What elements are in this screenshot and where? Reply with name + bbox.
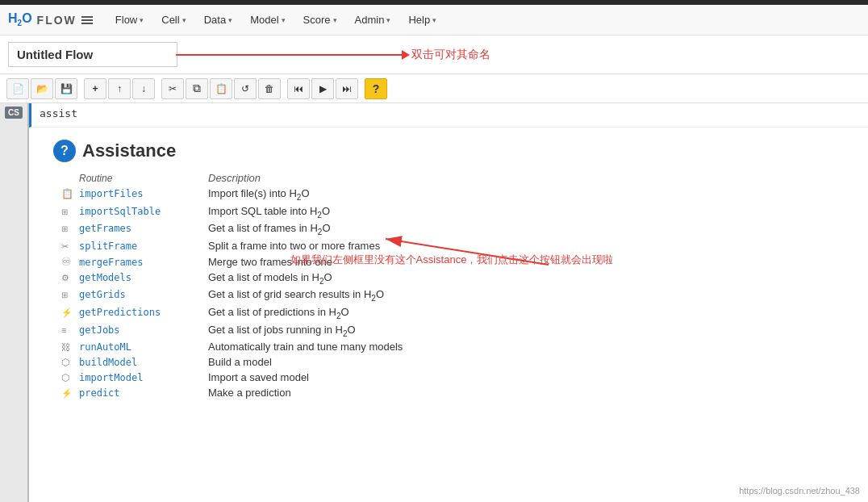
run-btn[interactable]: ▶ bbox=[311, 78, 334, 99]
list-item: ⬡ buildModel Build a model bbox=[61, 356, 844, 368]
list-item: ⊞ getGrids Get a list of grid search res… bbox=[61, 288, 844, 303]
model-caret: ▾ bbox=[282, 16, 286, 24]
toolbar: 📄 📂 💾 + ↑ ↓ ✂ ⧉ 📋 ↺ 🗑 ⏮ ▶ ⏭ ? bbox=[0, 74, 868, 103]
list-item: ⬡ importModel Import a saved model bbox=[61, 371, 844, 383]
help-caret: ▾ bbox=[432, 16, 436, 24]
assistance-table: Routine Description 📋 importFiles Import… bbox=[61, 172, 844, 399]
nav-menu: Flow ▾ Cell ▾ Data ▾ Model ▾ Score ▾ Adm… bbox=[107, 9, 444, 31]
routine-link-buildmodel[interactable]: buildModel bbox=[79, 357, 137, 368]
flow-title-input[interactable] bbox=[8, 42, 177, 67]
assistance-header: ? Assistance bbox=[53, 140, 844, 162]
assist-header-row: Routine Description bbox=[61, 172, 844, 184]
routine-link-importsqltable[interactable]: importSqlTable bbox=[79, 206, 161, 217]
new-flow-btn[interactable]: 📄 bbox=[6, 78, 29, 99]
paste-btn[interactable]: 📋 bbox=[210, 78, 232, 99]
list-item: ⚡ getPredictions Get a list of predictio… bbox=[61, 306, 844, 320]
list-item: ⚙ getModels Get a list of models in H2O bbox=[61, 271, 844, 286]
routine-link-getframes[interactable]: getFrames bbox=[79, 223, 131, 234]
run-next-btn[interactable]: ⏭ bbox=[336, 78, 358, 99]
list-item: ≡ getJobs Get a list of jobs running in … bbox=[61, 324, 844, 338]
routine-link-importmodel[interactable]: importModel bbox=[79, 372, 143, 383]
list-item: 📋 importFiles Import file(s) into H2O bbox=[61, 187, 844, 202]
list-item: ♾ mergeFrames Merge two frames into one bbox=[61, 255, 844, 268]
cut-btn[interactable]: ✂ bbox=[161, 78, 184, 99]
score-caret: ▾ bbox=[333, 16, 337, 24]
nav-flow[interactable]: Flow ▾ bbox=[107, 9, 152, 31]
routine-header: Routine bbox=[79, 173, 112, 184]
cell-output: ? Assistance Routine Description 📋 bbox=[29, 128, 868, 414]
move-up-btn[interactable]: ↑ bbox=[108, 78, 131, 99]
list-item: ⊞ importSqlTable Import SQL table into H… bbox=[61, 205, 844, 220]
nav-bar: H2O FLOW Flow ▾ Cell ▾ Data ▾ Model ▾ Sc… bbox=[0, 5, 868, 36]
cell-label: CS bbox=[0, 103, 29, 502]
run-prev-btn[interactable]: ⏮ bbox=[287, 78, 310, 99]
cell-input-text: assist bbox=[40, 107, 77, 119]
undo-btn[interactable]: ↺ bbox=[234, 78, 257, 99]
flow-caret: ▾ bbox=[140, 16, 144, 24]
watermark: https://blog.csdn.net/zhou_438 bbox=[739, 486, 860, 496]
data-caret: ▾ bbox=[228, 16, 232, 24]
assistance-icon: ? bbox=[53, 140, 76, 162]
open-flow-btn[interactable]: 📂 bbox=[31, 78, 53, 99]
routine-link-getpredictions[interactable]: getPredictions bbox=[79, 307, 161, 318]
desc-header: Description bbox=[208, 172, 261, 184]
logo-flow: FLOW bbox=[37, 14, 77, 27]
nav-data[interactable]: Data ▾ bbox=[196, 9, 240, 31]
routine-link-mergeframes[interactable]: mergeFrames bbox=[79, 257, 143, 268]
routine-link-getmodels[interactable]: getModels bbox=[79, 272, 131, 283]
routine-link-splitframe[interactable]: splitFrame bbox=[79, 241, 137, 252]
delete-btn[interactable]: 🗑 bbox=[258, 78, 281, 99]
annotation-rename: 双击可对其命名 bbox=[411, 48, 490, 62]
save-flow-btn[interactable]: 💾 bbox=[55, 78, 77, 99]
nav-cell[interactable]: Cell ▾ bbox=[153, 9, 194, 31]
routine-link-importfiles[interactable]: importFiles bbox=[79, 188, 143, 199]
logo-lines bbox=[81, 16, 93, 24]
copy-btn[interactable]: ⧉ bbox=[186, 78, 208, 99]
logo-h2o: H2O bbox=[8, 11, 32, 27]
nav-score[interactable]: Score ▾ bbox=[295, 9, 345, 31]
logo: H2O FLOW bbox=[8, 11, 93, 27]
cell-caret: ▾ bbox=[182, 16, 186, 24]
main-area: CS assist ? Assistance Routine bbox=[0, 103, 868, 502]
title-bar: 双击可对其命名 bbox=[0, 36, 868, 74]
list-item: ⛓ runAutoML Automatically train and tune… bbox=[61, 341, 844, 353]
cs-badge: CS bbox=[5, 107, 23, 119]
routine-link-getgrids[interactable]: getGrids bbox=[79, 289, 126, 300]
nav-help[interactable]: Help ▾ bbox=[400, 9, 444, 31]
nav-admin[interactable]: Admin ▾ bbox=[347, 9, 399, 31]
nav-model[interactable]: Model ▾ bbox=[242, 9, 293, 31]
cell-input[interactable]: assist bbox=[29, 103, 868, 128]
list-item: ✂ splitFrame Split a frame into two or m… bbox=[61, 240, 844, 252]
admin-caret: ▾ bbox=[386, 16, 390, 24]
routine-link-runautoml[interactable]: runAutoML bbox=[79, 341, 131, 353]
add-cell-btn[interactable]: + bbox=[84, 78, 106, 99]
list-item: ⚡ predict Make a prediction bbox=[61, 387, 844, 399]
routine-link-getjobs[interactable]: getJobs bbox=[79, 324, 120, 336]
move-down-btn[interactable]: ↓ bbox=[132, 78, 155, 99]
routine-link-predict[interactable]: predict bbox=[79, 387, 120, 399]
list-item: ⊞ getFrames Get a list of frames in H2O bbox=[61, 222, 844, 236]
assistance-title: Assistance bbox=[82, 140, 176, 161]
help-assist-btn[interactable]: ? bbox=[365, 78, 387, 99]
